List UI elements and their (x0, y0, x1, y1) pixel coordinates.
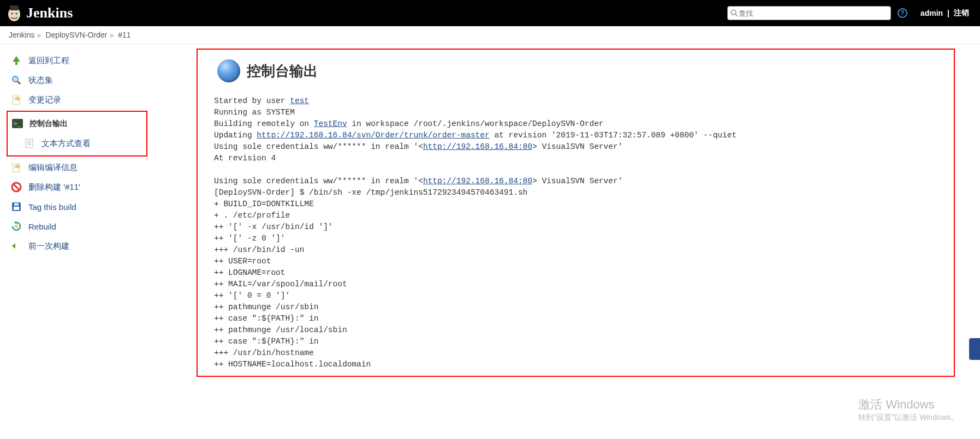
svg-rect-23 (14, 207, 19, 210)
terminal-icon: >_ (11, 117, 24, 130)
sidebar-item-label: Tag this build (28, 202, 76, 212)
sidebar-item-prev[interactable]: 前一次构建 (0, 236, 197, 256)
document-icon (23, 137, 36, 150)
user-link[interactable]: admin (920, 9, 943, 17)
svg-point-3 (16, 13, 17, 15)
breadcrumb-job[interactable]: DeploySVN-Order (45, 31, 107, 39)
sidebar-item-edit[interactable]: 编辑编译信息 (0, 158, 197, 177)
jenkins-logo-icon (7, 4, 22, 22)
breadcrumb: Jenkins ▶ DeploySVN-Order ▶ #11 (0, 26, 980, 44)
sidebar-item-label: 编辑编译信息 (28, 163, 78, 173)
sidebar-item-changes[interactable]: 变更记录 (0, 90, 197, 110)
chevron-right-icon: ▶ (110, 32, 115, 38)
side-float-tab[interactable] (969, 338, 980, 360)
sidebar-item-label: 返回到工程 (28, 56, 69, 66)
svg-point-25 (15, 225, 18, 228)
sidebar-item-label: 前一次构建 (28, 241, 69, 251)
refresh-icon (10, 220, 23, 233)
pipe-divider: | (947, 9, 949, 17)
svg-rect-13 (26, 139, 33, 148)
sidebar-item-status[interactable]: 状态集 (0, 70, 197, 90)
left-arrow-icon (10, 239, 23, 252)
console-link[interactable]: http://192.168.16.84/svn/Order/trunk/ord… (257, 131, 489, 140)
notepad-icon (10, 93, 23, 106)
no-entry-icon (10, 181, 23, 194)
search-icon (730, 9, 739, 17)
logout-link[interactable]: 注销 (954, 8, 969, 18)
console-output: Started by user test Running as SYSTEM B… (214, 95, 937, 370)
sidebar-item-label: 状态集 (28, 75, 53, 86)
sidebar-item-back[interactable]: 返回到工程 (0, 51, 197, 70)
help-icon[interactable]: ? (898, 8, 907, 18)
up-arrow-icon (10, 54, 23, 67)
sidebar-item-rebuild[interactable]: Rebuild (0, 217, 197, 236)
main-panel: 控制台输出 Started by user test Running as SY… (197, 44, 980, 386)
sidebar-item-label: Rebuild (28, 222, 56, 231)
chevron-right-icon: ▶ (38, 32, 42, 38)
build-status-orb-icon (217, 59, 240, 82)
svg-line-7 (17, 81, 20, 84)
logo[interactable]: Jenkins (7, 4, 73, 22)
svg-point-6 (13, 76, 18, 82)
sidebar-item-delete[interactable]: 删除构建 '#11' (0, 177, 197, 197)
svg-rect-1 (10, 5, 19, 10)
breadcrumb-build[interactable]: #11 (118, 31, 130, 39)
svg-line-21 (14, 184, 19, 190)
sidebar-item-label: 控制台输出 (29, 119, 68, 129)
svg-line-5 (735, 14, 738, 16)
notepad-icon (10, 161, 23, 174)
search-icon (10, 74, 23, 87)
sidebar-console-highlight: >_ 控制台输出 文本方式查看 (7, 111, 147, 157)
save-icon (10, 200, 23, 213)
sidebar-item-label: 文本方式查看 (41, 139, 91, 149)
search-box[interactable] (727, 6, 891, 20)
console-highlight-box: 控制台输出 Started by user test Running as SY… (197, 49, 955, 377)
sidebar-item-console-text[interactable]: 文本方式查看 (8, 134, 146, 153)
console-link[interactable]: http://192.168.16.84:80 (423, 177, 532, 185)
page-title-text: 控制台输出 (247, 62, 318, 81)
console-link[interactable]: TestEnv (314, 119, 347, 128)
svg-rect-24 (14, 203, 19, 206)
svg-text:>_: >_ (14, 120, 21, 127)
sidebar-item-tag[interactable]: Tag this build (0, 197, 197, 217)
console-link[interactable]: test (290, 97, 309, 105)
page-title: 控制台输出 (217, 59, 937, 82)
sidebar-item-label: 删除构建 '#11' (28, 182, 80, 193)
breadcrumb-jenkins[interactable]: Jenkins (9, 31, 34, 39)
sidebar-item-console[interactable]: >_ 控制台输出 (8, 114, 146, 134)
search-input[interactable] (739, 9, 888, 17)
sidebar: 返回到工程 状态集 变更记录 >_ 控制台输出 文本方式查看 编辑编译信息 (0, 44, 197, 386)
console-link[interactable]: http://192.168.16.84:80 (423, 142, 532, 151)
top-header: Jenkins ? admin | 注销 (0, 0, 980, 26)
svg-point-4 (731, 10, 736, 15)
logo-text: Jenkins (26, 5, 73, 21)
svg-point-2 (11, 13, 13, 15)
sidebar-item-label: 变更记录 (28, 95, 61, 105)
